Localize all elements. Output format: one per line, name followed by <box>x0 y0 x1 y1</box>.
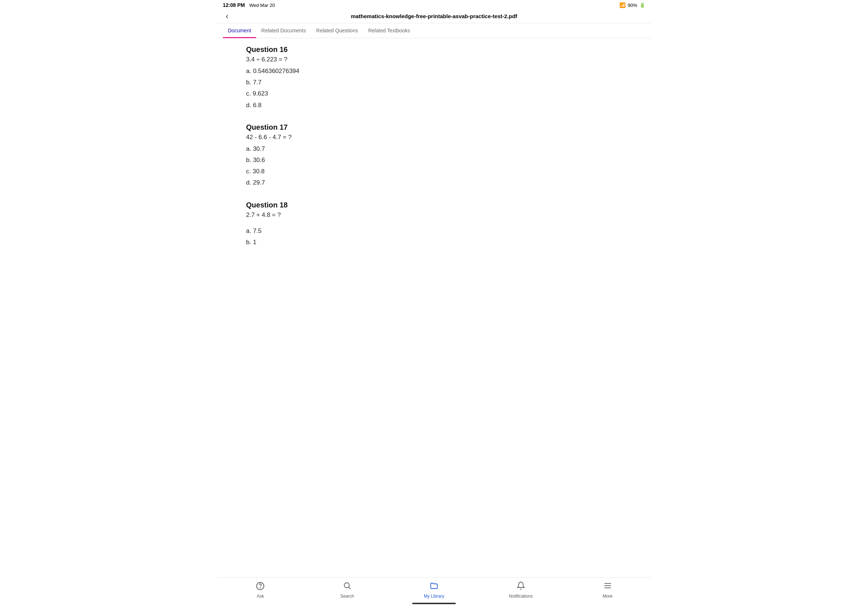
question-16-title: Question 16 <box>246 45 622 54</box>
q18-option-a: a. 7.5 <box>246 226 622 236</box>
q16-option-c: c. 9.623 <box>246 89 622 99</box>
q16-option-a: a. 0.546360276394 <box>246 66 622 76</box>
question-block-18: Question 18 2.7 + 4.8 = ? a. 7.5 b. 1 <box>246 201 622 247</box>
question-block-16: Question 16 3.4 ÷ 6.223 = ? a. 0.5463602… <box>246 45 622 110</box>
tab-bar: Document Related Documents Related Quest… <box>217 23 651 38</box>
question-16-text: 3.4 ÷ 6.223 = ? <box>246 56 622 63</box>
nav-bar: ‹ mathematics-knowledge-free-printable-a… <box>217 10 651 23</box>
tab-related-textbooks[interactable]: Related Textbooks <box>363 23 415 38</box>
battery-icon: 🔋 <box>639 3 645 8</box>
status-bar: 12:08 PM Wed Mar 20 📶 90% 🔋 <box>217 0 651 10</box>
status-date: Wed Mar 20 <box>250 3 275 8</box>
status-icons: 📶 90% 🔋 <box>619 2 645 8</box>
q16-option-d: d. 6.8 <box>246 100 622 110</box>
question-17-title: Question 17 <box>246 123 622 131</box>
back-button[interactable]: ‹ <box>223 10 231 23</box>
wifi-icon: 📶 <box>619 2 626 8</box>
q18-option-b: b. 1 <box>246 237 622 247</box>
tab-related-questions[interactable]: Related Questions <box>311 23 363 38</box>
tab-document[interactable]: Document <box>223 23 256 38</box>
question-17-text: 42 - 6.6 - 4.7 = ? <box>246 134 622 141</box>
battery-indicator: 90% <box>628 3 637 8</box>
question-18-text: 2.7 + 4.8 = ? <box>246 212 622 219</box>
tab-related-documents[interactable]: Related Documents <box>256 23 311 38</box>
q17-option-b: b. 30.6 <box>246 155 622 165</box>
q16-option-b: b. 7.7 <box>246 77 622 87</box>
q17-option-d: d. 29.7 <box>246 178 622 187</box>
document-content: Question 16 3.4 ÷ 6.223 = ? a. 0.5463602… <box>217 38 651 292</box>
status-time: 12:08 PM <box>223 2 245 8</box>
page-title: mathematics-knowledge-free-printable-asv… <box>351 13 517 19</box>
q17-option-a: a. 30.7 <box>246 144 622 154</box>
question-block-17: Question 17 42 - 6.6 - 4.7 = ? a. 30.7 b… <box>246 123 622 188</box>
question-18-title: Question 18 <box>246 201 622 209</box>
q17-option-c: c. 30.8 <box>246 166 622 176</box>
